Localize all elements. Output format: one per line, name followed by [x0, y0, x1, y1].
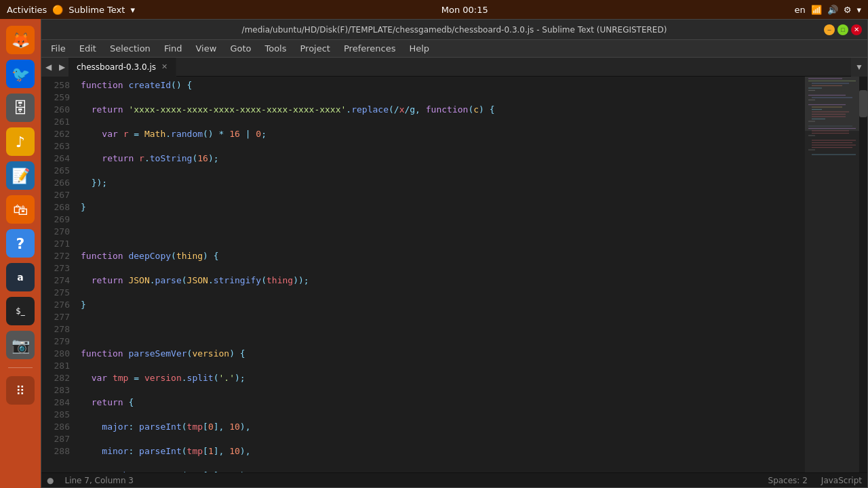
svg-rect-5: [808, 90, 815, 91]
menu-find[interactable]: Find: [157, 42, 189, 55]
scrollbar-thumb[interactable]: [859, 90, 867, 117]
svg-rect-16: [808, 121, 815, 121]
tab-overflow-button[interactable]: ▼: [851, 58, 867, 77]
svg-rect-12: [812, 111, 849, 112]
svg-rect-13: [812, 114, 846, 115]
status-bar: ● Line 7, Column 3 Spaces: 2 JavaScript: [41, 472, 867, 487]
title-bar: /media/ubuntu/HD/Disk(F)/TEMPLATE/chessg…: [41, 20, 867, 40]
taskbar-separator: [8, 367, 33, 368]
svg-rect-0: [808, 78, 842, 79]
system-bar-left: Activities 🟠 Sublime Text ▾: [7, 5, 135, 15]
taskbar-icon-libreoffice[interactable]: 📝: [6, 161, 35, 190]
svg-rect-1: [808, 81, 856, 81]
svg-rect-11: [812, 109, 822, 110]
wifi-icon[interactable]: 📶: [811, 5, 822, 15]
line-numbers: 258 259 260 261 262 263 264 265 266 267 …: [41, 77, 75, 472]
tab-bar: ◀ ▶ chessboard-0.3.0.js ✕ ▼: [41, 58, 867, 77]
taskbar-icon-music[interactable]: ♪: [6, 127, 35, 156]
taskbar-icon-help[interactable]: ?: [6, 229, 35, 258]
status-spaces[interactable]: Spaces: 2: [768, 476, 808, 485]
activities-label[interactable]: Activities: [7, 5, 47, 15]
taskbar-icon-terminal[interactable]: $_: [6, 297, 35, 325]
menu-edit[interactable]: Edit: [73, 42, 103, 55]
status-position[interactable]: Line 7, Column 3: [64, 476, 134, 485]
tab-scroll-right-button[interactable]: ▶: [55, 58, 68, 77]
menu-bar: File Edit Selection Find View Goto Tools…: [41, 40, 867, 58]
menu-file[interactable]: File: [44, 42, 73, 55]
svg-rect-23: [812, 142, 852, 143]
system-bar-clock: Mon 00:15: [441, 5, 488, 15]
tab-scroll-left-button[interactable]: ◀: [41, 58, 55, 77]
system-bar-right: en 📶 🔊 ⚙ ▾: [795, 5, 861, 15]
svg-rect-26: [808, 149, 815, 150]
app-name[interactable]: Sublime Text: [68, 5, 125, 15]
taskbar-icon-apps[interactable]: ⠿: [6, 376, 35, 405]
app-dropdown-icon[interactable]: ▾: [130, 5, 135, 15]
taskbar: 🦊 🐦 🗄 ♪ 📝 🛍 ? a $_ 📷 ⠿: [0, 19, 41, 488]
app-icon: 🟠: [52, 5, 63, 15]
svg-rect-24: [812, 144, 856, 145]
status-language[interactable]: JavaScript: [821, 476, 862, 485]
svg-rect-4: [808, 87, 822, 88]
svg-rect-22: [812, 140, 856, 140]
svg-rect-9: [808, 104, 846, 105]
taskbar-icon-thunderbird[interactable]: 🐦: [6, 60, 35, 88]
svg-rect-25: [812, 147, 852, 148]
tab-close-button[interactable]: ✕: [161, 62, 167, 71]
menu-view[interactable]: View: [189, 42, 224, 55]
svg-rect-2: [812, 83, 849, 83]
main-window: /media/ubuntu/HD/Disk(F)/TEMPLATE/chessg…: [41, 19, 868, 488]
minimap-canvas: [805, 77, 859, 472]
clock-text: Mon 00:15: [441, 5, 488, 15]
taskbar-icon-files[interactable]: 🗄: [6, 94, 35, 122]
minimap[interactable]: [805, 77, 859, 472]
taskbar-icon-appstore[interactable]: 🛍: [6, 195, 35, 224]
taskbar-icon-amazon[interactable]: a: [6, 263, 35, 291]
menu-goto[interactable]: Goto: [223, 42, 258, 55]
svg-rect-17: [808, 125, 852, 126]
svg-rect-20: [812, 133, 849, 134]
vertical-scrollbar[interactable]: [859, 77, 867, 472]
system-bar: Activities 🟠 Sublime Text ▾ Mon 00:15 en…: [0, 0, 868, 19]
maximize-button[interactable]: □: [837, 24, 848, 35]
taskbar-icon-firefox[interactable]: 🦊: [6, 26, 35, 54]
volume-icon[interactable]: 🔊: [827, 5, 838, 15]
editor-area: 258 259 260 261 262 263 264 265 266 267 …: [41, 77, 867, 472]
svg-rect-15: [812, 119, 825, 119]
menu-selection[interactable]: Selection: [103, 42, 157, 55]
minimize-button[interactable]: –: [824, 24, 835, 35]
svg-rect-18: [808, 128, 856, 129]
svg-rect-3: [812, 85, 842, 86]
code-container[interactable]: 258 259 260 261 262 263 264 265 266 267 …: [41, 77, 805, 472]
code-editor[interactable]: function createId() { return 'xxxx-xxxx-…: [75, 77, 805, 472]
window-controls: – □ ✕: [824, 24, 862, 35]
status-indicator: ●: [47, 476, 54, 485]
tab-label: chessboard-0.3.0.js: [77, 62, 156, 72]
menu-preferences[interactable]: Preferences: [337, 42, 402, 55]
settings-icon[interactable]: ⚙: [844, 5, 852, 15]
lang-indicator[interactable]: en: [795, 5, 806, 15]
window-title: /media/ubuntu/HD/Disk(F)/TEMPLATE/chessg…: [242, 25, 667, 35]
svg-rect-6: [808, 95, 846, 96]
menu-help[interactable]: Help: [402, 42, 436, 55]
svg-rect-8: [808, 100, 815, 100]
svg-rect-14: [812, 116, 846, 117]
status-bar-right: Spaces: 2 JavaScript: [768, 476, 862, 485]
menu-tools[interactable]: Tools: [258, 42, 293, 55]
svg-rect-27: [812, 154, 856, 155]
power-icon[interactable]: ▾: [856, 5, 861, 15]
svg-rect-7: [812, 97, 852, 98]
taskbar-icon-camera[interactable]: 📷: [6, 331, 35, 359]
menu-project[interactable]: Project: [293, 42, 336, 55]
close-button[interactable]: ✕: [851, 24, 862, 35]
svg-rect-19: [812, 130, 849, 131]
svg-rect-21: [808, 135, 815, 136]
tab-chessboard[interactable]: chessboard-0.3.0.js ✕: [68, 58, 176, 77]
svg-rect-10: [812, 106, 842, 107]
